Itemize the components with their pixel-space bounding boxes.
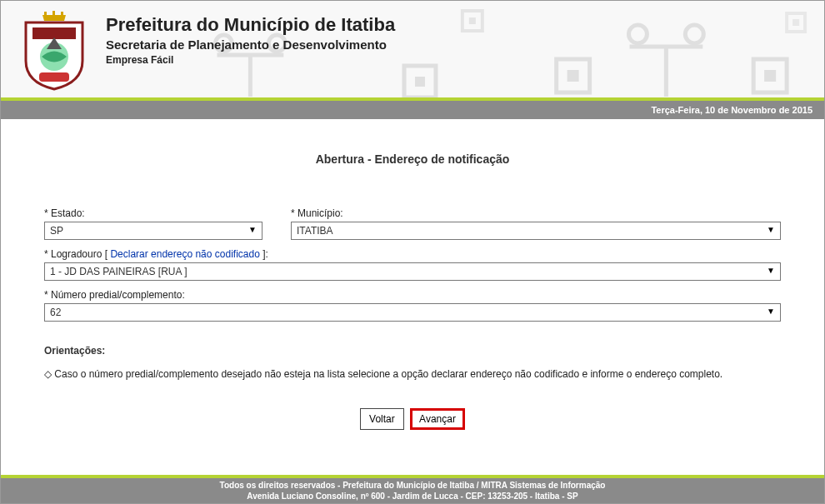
app-window: Prefeitura do Município de Itatiba Secre…	[0, 0, 825, 504]
avancar-button[interactable]: Avançar	[410, 408, 465, 430]
svg-rect-22	[52, 11, 55, 17]
svg-rect-21	[44, 12, 47, 17]
main-content: Abertura - Endereço de notificação * Est…	[1, 119, 824, 430]
header-app-name: Empresa Fácil	[106, 54, 395, 66]
orientacoes-item: ◇ Caso o número predial/complemento dese…	[44, 368, 781, 380]
header-subtitle: Secretaria de Planejamento e Desenvolvim…	[106, 37, 395, 52]
page-heading: Abertura - Endereço de notificação	[44, 152, 781, 166]
svg-rect-23	[61, 12, 63, 17]
svg-rect-20	[39, 72, 69, 82]
estado-value: SP	[50, 225, 63, 237]
municipio-value: ITATIBA	[297, 225, 333, 237]
footer-line-2: Avenida Luciano Consoline, nº 600 - Jard…	[247, 491, 578, 502]
header: Prefeitura do Município de Itatiba Secre…	[1, 1, 824, 97]
estado-select[interactable]: SP	[44, 222, 262, 240]
button-row: Voltar Avançar	[44, 408, 781, 430]
numero-label: * Número predial/complemento:	[44, 289, 781, 301]
municipality-crest-icon	[18, 11, 91, 91]
svg-rect-18	[32, 27, 76, 39]
logradouro-select[interactable]: 1 - JD DAS PAINEIRAS [RUA ]	[44, 262, 781, 281]
orientacoes-title: Orientações:	[44, 345, 781, 357]
numero-select[interactable]: 62	[44, 303, 781, 322]
footer-line-1: Todos os direitos reservados - Prefeitur…	[220, 480, 606, 491]
header-title: Prefeitura do Município de Itatiba	[106, 14, 395, 36]
voltar-button[interactable]: Voltar	[360, 408, 404, 430]
title-block: Prefeitura do Município de Itatiba Secre…	[106, 11, 395, 66]
numero-value: 62	[50, 307, 61, 318]
municipio-label: * Município:	[291, 207, 781, 219]
date-text: Terça-Feira, 10 de Novembro de 2015	[651, 105, 812, 115]
estado-label: * Estado:	[44, 207, 262, 219]
footer: Todos os direitos reservados - Prefeitur…	[1, 478, 824, 503]
logradouro-value: 1 - JD DAS PAINEIRAS [RUA ]	[50, 266, 187, 277]
date-bar: Terça-Feira, 10 de Novembro de 2015	[1, 101, 824, 119]
municipio-select[interactable]: ITATIBA	[291, 222, 781, 240]
declarar-endereco-link[interactable]: Declarar endereço não codificado	[110, 248, 259, 260]
logradouro-label: * Logradouro [ Declarar endereço não cod…	[44, 248, 781, 260]
